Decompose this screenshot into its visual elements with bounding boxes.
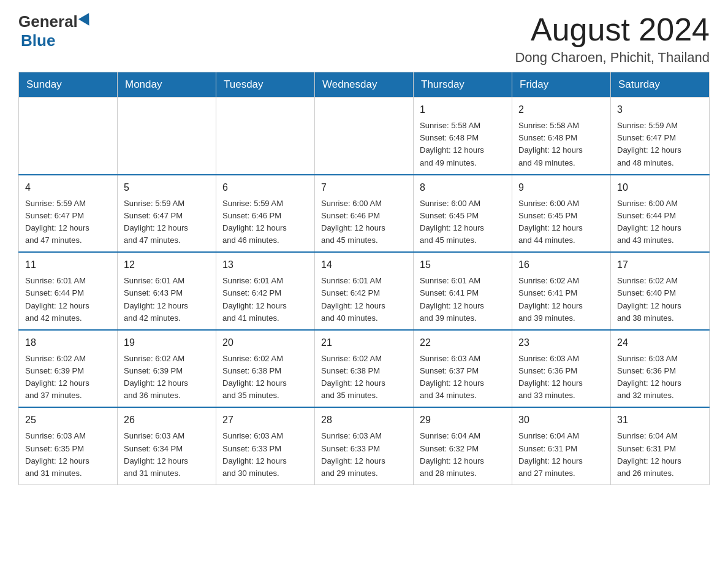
day-number: 23 [518,335,604,350]
day-number: 7 [321,180,407,195]
week-row-4: 18Sunrise: 6:02 AMSunset: 6:39 PMDayligh… [19,330,710,408]
day-info: Sunrise: 6:00 AMSunset: 6:46 PMDaylight:… [321,197,407,247]
calendar-cell: 11Sunrise: 6:01 AMSunset: 6:44 PMDayligh… [19,252,118,330]
day-number: 21 [321,335,407,350]
calendar-cell: 29Sunrise: 6:04 AMSunset: 6:32 PMDayligh… [414,407,512,484]
page-header: General Blue August 2024 Dong Charoen, P… [18,12,710,66]
logo-blue-text: Blue [21,31,55,50]
calendar-cell: 28Sunrise: 6:03 AMSunset: 6:33 PMDayligh… [315,407,414,484]
day-number: 11 [25,258,111,272]
day-number: 8 [420,180,506,195]
column-header-thursday: Thursday [414,72,512,98]
calendar-cell [216,98,315,175]
day-info: Sunrise: 6:01 AMSunset: 6:42 PMDaylight:… [222,275,308,324]
day-info: Sunrise: 5:59 AMSunset: 6:47 PMDaylight:… [124,197,210,247]
calendar-cell: 17Sunrise: 6:02 AMSunset: 6:40 PMDayligh… [611,252,710,330]
day-number: 30 [518,413,604,427]
calendar-cell: 20Sunrise: 6:02 AMSunset: 6:38 PMDayligh… [216,330,315,408]
day-info: Sunrise: 5:58 AMSunset: 6:48 PMDaylight:… [420,120,506,169]
calendar-cell: 15Sunrise: 6:01 AMSunset: 6:41 PMDayligh… [414,252,512,330]
day-info: Sunrise: 6:02 AMSunset: 6:40 PMDaylight:… [617,275,703,324]
day-info: Sunrise: 6:01 AMSunset: 6:42 PMDaylight:… [321,275,407,324]
calendar-cell: 16Sunrise: 6:02 AMSunset: 6:41 PMDayligh… [512,252,611,330]
calendar-cell: 13Sunrise: 6:01 AMSunset: 6:42 PMDayligh… [216,252,315,330]
day-info: Sunrise: 6:00 AMSunset: 6:44 PMDaylight:… [617,197,703,247]
calendar-cell: 25Sunrise: 6:03 AMSunset: 6:35 PMDayligh… [19,407,118,484]
day-number: 27 [222,413,308,427]
calendar-cell: 19Sunrise: 6:02 AMSunset: 6:39 PMDayligh… [118,330,216,408]
calendar-cell: 14Sunrise: 6:01 AMSunset: 6:42 PMDayligh… [315,252,414,330]
day-number: 3 [617,102,703,117]
calendar-cell: 6Sunrise: 5:59 AMSunset: 6:46 PMDaylight… [216,175,315,253]
day-number: 4 [25,180,111,195]
logo-arrow-icon [78,13,94,29]
day-number: 13 [222,258,308,272]
calendar-cell: 8Sunrise: 6:00 AMSunset: 6:45 PMDaylight… [414,175,512,253]
day-info: Sunrise: 6:04 AMSunset: 6:31 PMDaylight:… [518,430,604,480]
calendar-cell [315,98,414,175]
day-number: 29 [420,413,506,427]
day-info: Sunrise: 6:00 AMSunset: 6:45 PMDaylight:… [420,197,506,247]
day-info: Sunrise: 6:03 AMSunset: 6:37 PMDaylight:… [420,353,506,402]
day-info: Sunrise: 6:02 AMSunset: 6:41 PMDaylight:… [518,275,604,324]
calendar-header-row: SundayMondayTuesdayWednesdayThursdayFrid… [19,72,710,98]
column-header-sunday: Sunday [19,72,118,98]
day-number: 18 [25,335,111,350]
day-info: Sunrise: 6:01 AMSunset: 6:41 PMDaylight:… [420,275,506,324]
calendar-cell: 2Sunrise: 5:58 AMSunset: 6:48 PMDaylight… [512,98,611,175]
calendar-cell: 3Sunrise: 5:59 AMSunset: 6:47 PMDaylight… [611,98,710,175]
location-title: Dong Charoen, Phichit, Thailand [515,50,710,66]
day-info: Sunrise: 6:00 AMSunset: 6:45 PMDaylight:… [518,197,604,247]
day-number: 28 [321,413,407,427]
calendar-cell: 12Sunrise: 6:01 AMSunset: 6:43 PMDayligh… [118,252,216,330]
logo-general-text: General [18,12,78,31]
calendar-cell: 9Sunrise: 6:00 AMSunset: 6:45 PMDaylight… [512,175,611,253]
day-info: Sunrise: 5:59 AMSunset: 6:47 PMDaylight:… [617,120,703,169]
day-number: 24 [617,335,703,350]
day-number: 5 [124,180,210,195]
calendar-cell: 30Sunrise: 6:04 AMSunset: 6:31 PMDayligh… [512,407,611,484]
calendar-cell: 4Sunrise: 5:59 AMSunset: 6:47 PMDaylight… [19,175,118,253]
day-number: 16 [518,258,604,272]
day-info: Sunrise: 6:03 AMSunset: 6:33 PMDaylight:… [321,430,407,480]
calendar-cell: 31Sunrise: 6:04 AMSunset: 6:31 PMDayligh… [611,407,710,484]
day-info: Sunrise: 6:04 AMSunset: 6:32 PMDaylight:… [420,430,506,480]
day-info: Sunrise: 6:02 AMSunset: 6:38 PMDaylight:… [222,353,308,402]
column-header-friday: Friday [512,72,611,98]
day-number: 22 [420,335,506,350]
calendar-cell: 27Sunrise: 6:03 AMSunset: 6:33 PMDayligh… [216,407,315,484]
column-header-saturday: Saturday [611,72,710,98]
day-info: Sunrise: 6:02 AMSunset: 6:39 PMDaylight:… [25,353,111,402]
day-number: 2 [518,102,604,117]
calendar-cell [118,98,216,175]
day-info: Sunrise: 6:03 AMSunset: 6:33 PMDaylight:… [222,430,308,480]
calendar-cell: 18Sunrise: 6:02 AMSunset: 6:39 PMDayligh… [19,330,118,408]
week-row-5: 25Sunrise: 6:03 AMSunset: 6:35 PMDayligh… [19,407,710,484]
calendar-cell: 10Sunrise: 6:00 AMSunset: 6:44 PMDayligh… [611,175,710,253]
week-row-1: 1Sunrise: 5:58 AMSunset: 6:48 PMDaylight… [19,98,710,175]
calendar-cell: 7Sunrise: 6:00 AMSunset: 6:46 PMDaylight… [315,175,414,253]
calendar-cell: 1Sunrise: 5:58 AMSunset: 6:48 PMDaylight… [414,98,512,175]
day-number: 25 [25,413,111,427]
day-info: Sunrise: 6:01 AMSunset: 6:43 PMDaylight:… [124,275,210,324]
day-number: 12 [124,258,210,272]
day-number: 1 [420,102,506,117]
day-info: Sunrise: 5:58 AMSunset: 6:48 PMDaylight:… [518,120,604,169]
day-info: Sunrise: 5:59 AMSunset: 6:47 PMDaylight:… [25,197,111,247]
title-area: August 2024 Dong Charoen, Phichit, Thail… [515,12,710,66]
calendar-cell: 21Sunrise: 6:02 AMSunset: 6:38 PMDayligh… [315,330,414,408]
day-info: Sunrise: 6:01 AMSunset: 6:44 PMDaylight:… [25,275,111,324]
column-header-monday: Monday [118,72,216,98]
day-info: Sunrise: 6:03 AMSunset: 6:35 PMDaylight:… [25,430,111,480]
day-number: 14 [321,258,407,272]
column-header-tuesday: Tuesday [216,72,315,98]
calendar-cell [19,98,118,175]
day-info: Sunrise: 6:02 AMSunset: 6:38 PMDaylight:… [321,353,407,402]
day-number: 26 [124,413,210,427]
day-number: 9 [518,180,604,195]
calendar-cell: 24Sunrise: 6:03 AMSunset: 6:36 PMDayligh… [611,330,710,408]
day-info: Sunrise: 6:03 AMSunset: 6:36 PMDaylight:… [518,353,604,402]
day-number: 15 [420,258,506,272]
calendar-cell: 22Sunrise: 6:03 AMSunset: 6:37 PMDayligh… [414,330,512,408]
day-info: Sunrise: 5:59 AMSunset: 6:46 PMDaylight:… [222,197,308,247]
